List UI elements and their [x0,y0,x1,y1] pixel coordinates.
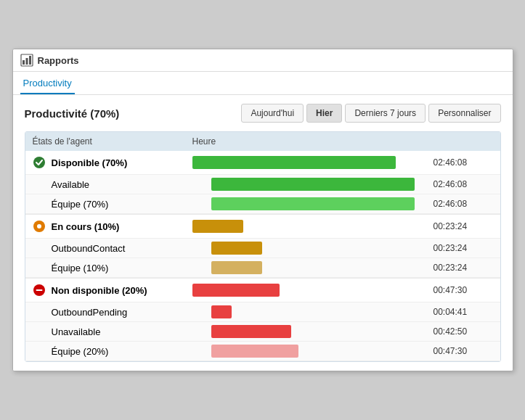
table-row: Disponible (70%) 02:46:08 [25,151,500,175]
table-row: En cours (10%) 00:23:24 [25,215,500,239]
time-available-team: 02:46:08 [428,199,493,209]
bar-available-fill [192,156,396,169]
sub-label-outbound: OutboundContact [52,243,211,254]
col-agent-state: États de l'agent [33,136,192,147]
time-outbound: 00:23:24 [428,243,493,253]
bar-unavail [192,284,428,297]
sub-label-busy-team: Équipe (10%) [52,263,211,273]
time-unavail-team: 00:47:30 [428,346,493,356]
table-row: Équipe (70%) 02:46:08 [25,194,500,214]
data-table: États de l'agent Heure Disponible (70%) [25,131,501,362]
time-busy-team: 00:23:24 [428,263,493,273]
time-unavailable: 00:42:50 [428,326,493,337]
window-title: Rapports [38,55,79,66]
chart-icon [20,54,33,67]
bar-outbound [211,242,428,255]
svg-rect-1 [23,60,25,65]
unavailable-icon [33,284,46,297]
sub-label-available-team: Équipe (70%) [52,199,211,210]
group-label-available: Disponible (70%) [33,156,192,169]
sub-label-available: Available [52,179,211,190]
bar-available [192,156,428,169]
table-row: OutboundPending 00:04:41 [25,302,500,322]
sub-label-pending: OutboundPending [52,307,211,318]
bar-busy [192,220,428,233]
svg-rect-3 [29,56,31,65]
bar-available-team [211,197,428,210]
tabs-bar: Productivity [13,72,513,95]
title-bar: Rapports [13,49,513,72]
svg-rect-2 [25,58,28,65]
filter-7days[interactable]: Derniers 7 jours [345,104,426,123]
table-body: Disponible (70%) 02:46:08 Available 02:4… [25,151,500,361]
bar-unavailable [211,325,428,338]
busy-icon [33,220,46,233]
main-content: Productivité (70%) Aujourd'hui Hier Dern… [13,95,513,371]
table-row: Non disponible (20%) 00:47:30 [25,279,500,302]
group-label-busy: En cours (10%) [33,220,192,233]
table-header: États de l'agent Heure [25,132,500,151]
table-row: Équipe (20%) 00:47:30 [25,342,500,361]
available-icon [33,156,46,169]
bar-available-sub0 [211,178,428,191]
sub-label-unavail-team: Équipe (20%) [52,346,211,357]
table-row: OutboundContact 00:23:24 [25,239,500,258]
tab-productivity[interactable]: Productivity [20,72,75,94]
svg-rect-8 [36,289,42,291]
bar-unavail-team [211,345,428,358]
page-title: Productivité (70%) [25,107,120,120]
table-row: Équipe (10%) 00:23:24 [25,258,500,278]
filter-yesterday[interactable]: Hier [306,104,342,123]
svg-point-6 [37,224,41,228]
filter-buttons: Aujourd'hui Hier Derniers 7 jours Person… [241,104,500,123]
col-time: Heure [192,136,428,147]
filter-today[interactable]: Aujourd'hui [241,104,304,123]
filter-customize[interactable]: Personnaliser [428,104,500,123]
table-row: Available 02:46:08 [25,175,500,194]
main-window: Rapports Productivity Productivité (70%)… [12,49,513,371]
time-available: 02:46:08 [428,157,493,168]
time-available-sub0: 02:46:08 [428,179,493,189]
time-pending: 00:04:41 [428,307,493,317]
time-unavail: 00:47:30 [428,285,493,295]
bar-busy-team [211,261,428,274]
svg-point-4 [33,157,45,168]
sub-label-unavailable: Unavailable [52,326,211,337]
table-row: Unavailable 00:42:50 [25,322,500,342]
content-header: Productivité (70%) Aujourd'hui Hier Dern… [25,104,501,123]
bar-pending [211,305,428,318]
time-busy: 00:23:24 [428,221,493,231]
group-label-unavail: Non disponible (20%) [33,284,192,297]
col-empty [428,136,493,147]
